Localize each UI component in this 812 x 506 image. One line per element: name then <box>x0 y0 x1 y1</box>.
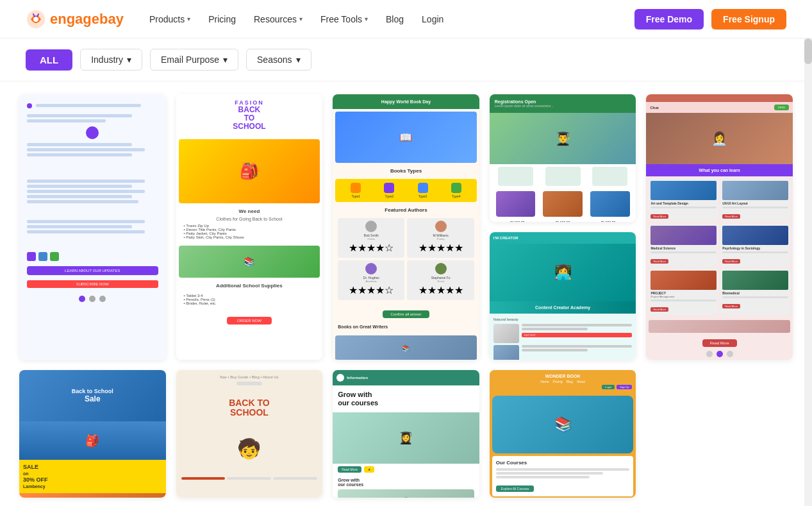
logo-text-engage: engage <box>50 11 99 27</box>
free-demo-button[interactable]: Free Demo <box>634 9 704 30</box>
industry-chevron: ▾ <box>127 55 131 65</box>
logo-text-bay: bay <box>99 11 124 27</box>
logo[interactable]: engagebay <box>26 9 124 30</box>
template-card-school-sale[interactable]: Back to SchoolSale 🎒 SALEon30% OFFLamben… <box>19 370 166 498</box>
template-card-back-to-school[interactable]: FASION BACKTOSCHOOL 🎒 We need Clothes fo… <box>176 94 323 360</box>
all-filter-button[interactable]: ALL <box>26 49 72 71</box>
resources-chevron: ▾ <box>299 15 302 22</box>
template-card-grow-courses[interactable]: Information Grow withour courses 👩‍🎓 Rea… <box>333 370 479 498</box>
template-card-content-creator[interactable]: I'M CREATOR 👩‍💻 Content Creator Academy … <box>490 232 636 360</box>
template-card-compliance[interactable]: LEARN ABOUT OUR UPDATES SUBSCRIBE NOW <box>19 94 166 360</box>
template-card-world-book-day[interactable]: Happy World Book Day 📖 Books Types Type1… <box>333 94 479 360</box>
nav-products[interactable]: Products ▾ <box>149 14 190 24</box>
email-purpose-chevron: ▾ <box>223 55 228 65</box>
nav-pricing[interactable]: Pricing <box>208 14 236 24</box>
nav-actions: Free Demo Free Signup <box>634 9 786 30</box>
template-card-back-school-beige[interactable]: Nav • Buy Guide • Blog • About Us BACK T… <box>176 370 323 498</box>
free-signup-button[interactable]: Free Signup <box>711 9 786 30</box>
template-card-courses-pink[interactable]: Chat OPEN 👩‍💼 What you can learn Art and… <box>646 94 793 360</box>
logo-text: engagebay <box>50 11 124 28</box>
svg-point-1 <box>33 17 38 22</box>
nav-login[interactable]: Login <box>422 14 443 24</box>
products-chevron: ▾ <box>187 15 190 22</box>
nav-links: Products ▾ Pricing Resources ▾ Free Tool… <box>149 14 634 24</box>
filter-bar: ALL Industry ▾ Email Purpose ▾ Seasons ▾ <box>0 38 812 81</box>
seasons-chevron: ▾ <box>296 55 301 65</box>
template-card-wonder-book[interactable]: WONDER BOOK HomePricingBlogAbout Login S… <box>490 370 636 498</box>
industry-dropdown[interactable]: Industry ▾ <box>80 49 142 71</box>
scrollbar-thumb[interactable] <box>804 38 812 64</box>
nav-blog[interactable]: Blog <box>386 14 404 24</box>
nav-free-tools[interactable]: Free Tools ▾ <box>320 14 368 24</box>
logo-icon <box>26 9 46 30</box>
navbar: engagebay Products ▾ Pricing Resources ▾… <box>0 0 812 38</box>
seasons-dropdown[interactable]: Seasons ▾ <box>246 49 311 71</box>
free-tools-chevron: ▾ <box>365 15 368 22</box>
nav-resources[interactable]: Resources ▾ <box>254 14 302 24</box>
scrollbar-track[interactable] <box>804 38 812 506</box>
template-grid: LEARN ABOUT OUR UPDATES SUBSCRIBE NOW FA… <box>0 81 812 506</box>
email-purpose-dropdown[interactable]: Email Purpose ▾ <box>150 49 238 71</box>
template-card-registrations[interactable]: Registrations Open Lorem ipsum dolor sit… <box>490 94 636 222</box>
